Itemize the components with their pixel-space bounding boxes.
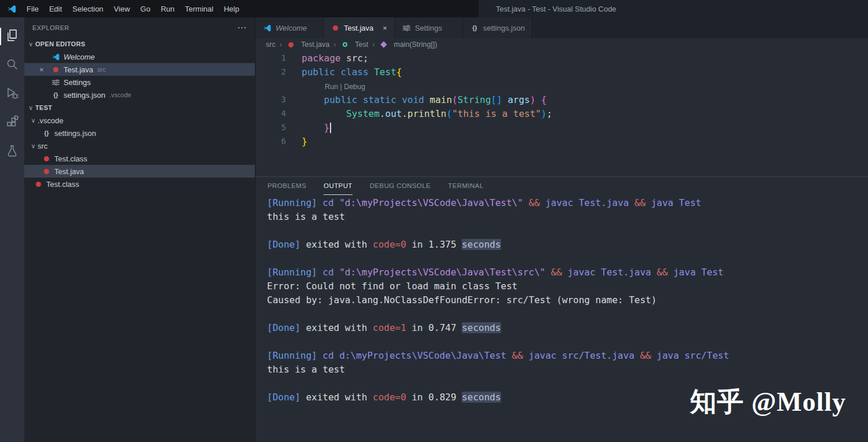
menu-help[interactable]: Help: [218, 5, 244, 13]
close-icon[interactable]: ×: [39, 65, 51, 74]
code-token: [302, 94, 324, 105]
explorer-sidebar: EXPLORER ⋯ ∨ OPEN EDITORS Welcome×Test.j…: [24, 17, 255, 442]
settings-icon: [402, 23, 411, 32]
output-segment: exited with: [301, 392, 373, 403]
breadcrumb-test[interactable]: Test: [340, 40, 368, 49]
breadcrumb-label: Test: [355, 40, 368, 49]
chevron-down-icon: ∨: [27, 40, 35, 48]
codelens-debug-link[interactable]: Debug: [344, 83, 365, 91]
output-segment: &&: [551, 267, 562, 278]
activity-testing[interactable]: [0, 138, 24, 167]
breadcrumb: src›Test.java›Test›main(String[]): [255, 38, 868, 51]
path-badge: .vscode: [109, 91, 131, 98]
breadcrumb-src[interactable]: src: [266, 40, 276, 49]
menu-selection[interactable]: Selection: [67, 5, 108, 13]
output-segment: cd d:\myProjects\VSCode\Java\Test: [322, 350, 512, 361]
code-token: [536, 94, 541, 105]
close-icon[interactable]: ×: [383, 24, 387, 32]
tree-item-vscode[interactable]: ∨.vscode: [24, 114, 255, 127]
output-segment: [Running]: [267, 197, 322, 208]
tab-welcome[interactable]: Welcome: [255, 17, 324, 38]
window-title: Test.java - Test - Visual Studio Code: [496, 0, 616, 17]
open-editor-welcome[interactable]: Welcome: [24, 50, 255, 63]
code-token: ): [541, 108, 547, 119]
output-line: [Running] cd "d:\myProjects\VSCode\Java\…: [267, 196, 868, 210]
activity-explorer[interactable]: [0, 22, 24, 51]
code-editor[interactable]: 1package src;2public class Test{Run | De…: [255, 51, 868, 176]
tab-settings-json[interactable]: {}settings.json: [463, 17, 532, 38]
class-icon: [340, 40, 350, 49]
tree-item-test-class[interactable]: Test.class: [24, 178, 255, 190]
output-segment: seconds: [462, 322, 500, 333]
code-line-6[interactable]: 6}: [255, 134, 868, 148]
tree-item-test-class[interactable]: Test.class: [24, 152, 255, 165]
tab-settings[interactable]: Settings: [395, 17, 463, 38]
code-token: }: [324, 122, 330, 133]
output-line: [267, 224, 868, 238]
code-token: package: [302, 53, 346, 64]
panel-tab-debug-console[interactable]: DEBUG CONSOLE: [370, 177, 431, 195]
open-editors-list: Welcome×Test.javasrcSettings{}settings.j…: [24, 50, 255, 101]
code-line-5[interactable]: 5 }: [255, 120, 868, 134]
tree-item-label: Test.class: [54, 154, 87, 163]
tree-item-src[interactable]: ∨src: [24, 139, 255, 152]
menu-edit[interactable]: Edit: [44, 5, 67, 13]
open-editor-settings-json[interactable]: {}settings.json.vscode: [24, 89, 255, 101]
code-line-3[interactable]: 3 public static void main(String[] args)…: [255, 93, 868, 106]
open-editor-label: Test.java: [64, 65, 93, 74]
output-line: [Running] cd "d:\myProjects\VSCode\Java\…: [267, 266, 868, 279]
workspace-header[interactable]: ∨ TEST: [24, 101, 255, 114]
menu-run[interactable]: Run: [155, 5, 180, 13]
code-token: "this is a test": [452, 108, 541, 119]
open-editor-settings[interactable]: Settings: [24, 76, 255, 89]
tree-item-test-java[interactable]: Test.java: [24, 165, 255, 178]
output-segment: 0.747: [428, 322, 462, 333]
output-line: this is a test: [267, 210, 868, 224]
more-actions-icon[interactable]: ⋯: [238, 22, 247, 33]
output-segment: code=0: [373, 239, 406, 250]
tree-item-label: settings.json: [54, 129, 96, 138]
open-editors-header[interactable]: ∨ OPEN EDITORS: [24, 38, 255, 50]
code-line-codelens[interactable]: Run | Debug: [255, 79, 868, 93]
output-line: [Done] exited with code=1 in 0.747 secon…: [267, 321, 868, 335]
output-segment: javac Test.java: [562, 267, 657, 278]
code-line-2[interactable]: 2public class Test{: [255, 65, 868, 79]
output-line: this is a test: [267, 363, 868, 377]
menu-view[interactable]: View: [109, 5, 135, 13]
output-segment: &&: [635, 197, 646, 208]
output-segment: [523, 197, 529, 208]
codelens-run-link[interactable]: Run: [325, 83, 338, 91]
code-line-content: public static void main(String[] args) {: [286, 94, 547, 105]
open-editor-test-java[interactable]: ×Test.javasrc: [24, 63, 255, 76]
code-line-content: Run | Debug: [286, 80, 365, 91]
chevron-down-icon: ∨: [29, 142, 38, 150]
breadcrumb-test-java[interactable]: Test.java: [286, 40, 329, 49]
code-token: (: [452, 94, 458, 105]
java-icon: [42, 154, 51, 163]
panel-tab-terminal[interactable]: TERMINAL: [448, 177, 483, 195]
code-line-4[interactable]: 4 System.out.println("this is a test");: [255, 106, 868, 120]
activity-extensions[interactable]: [0, 109, 24, 138]
menu-terminal[interactable]: Terminal: [180, 5, 218, 13]
tree-item-settings-json[interactable]: {}settings.json: [24, 127, 255, 139]
panel-tab-output[interactable]: OUTPUT: [324, 177, 353, 195]
output-segment: Error: Could not find or load main class…: [267, 281, 517, 292]
output-line: Caused by: java.lang.NoClassDefFoundErro…: [267, 293, 868, 307]
activity-search[interactable]: [0, 51, 24, 80]
panel-tab-problems[interactable]: PROBLEMS: [268, 177, 306, 195]
breadcrumb-main-string[interactable]: main(String[]): [379, 40, 437, 49]
menu-file[interactable]: File: [21, 5, 44, 13]
output-segment: Caused by: java.lang.NoClassDefFoundErro…: [267, 294, 656, 305]
json-icon: {}: [51, 90, 61, 100]
output-segment: javac src/Test.java: [523, 350, 640, 361]
open-editor-label: settings.json: [64, 91, 105, 100]
output-segment: this is a test: [267, 211, 345, 222]
code-line-1[interactable]: 1package src;: [255, 51, 868, 65]
menu-go[interactable]: Go: [135, 5, 155, 13]
tab-test-java[interactable]: Test.java×: [324, 17, 395, 38]
output-segment: java src/Test: [651, 350, 729, 361]
output-segment: &&: [529, 197, 540, 208]
activity-run-debug[interactable]: [0, 80, 24, 109]
output-segment: &&: [656, 267, 667, 278]
output-segment: [546, 267, 551, 278]
